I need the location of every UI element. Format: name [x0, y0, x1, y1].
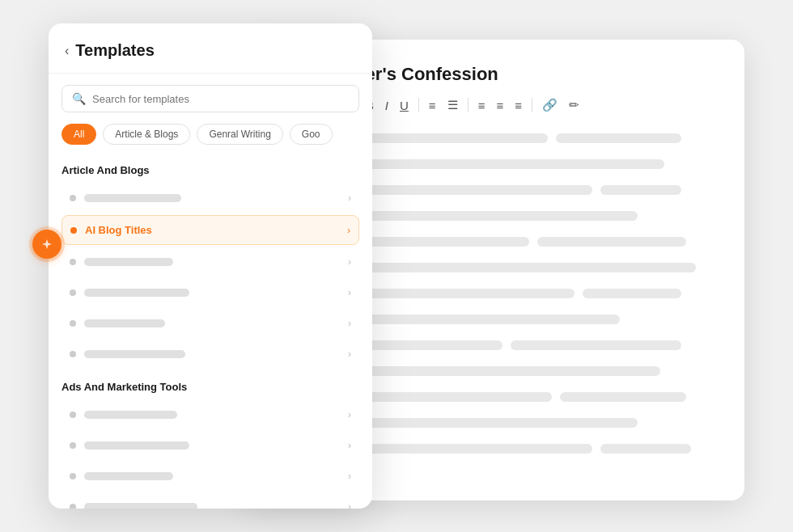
chevron-icon: ›	[348, 409, 351, 420]
tab-general-writing[interactable]: Genral Writing	[197, 124, 282, 145]
item-label-skeleton	[84, 441, 189, 450]
item-dot	[70, 320, 76, 327]
list-item[interactable]: ›	[61, 184, 359, 212]
search-input[interactable]	[92, 93, 349, 105]
item-label-skeleton	[84, 258, 173, 266]
item-dot	[70, 442, 76, 449]
item-dot	[70, 504, 76, 509]
templates-panel: ‹ Templates 🔍 All Article & Blogs Genral…	[49, 23, 372, 509]
tab-all[interactable]: All	[61, 124, 96, 145]
section-title-ads: Ads And Marketing Tools	[61, 381, 359, 393]
item-dot	[70, 473, 76, 479]
item-dot	[70, 195, 76, 201]
chevron-icon-orange: ›	[347, 225, 350, 236]
chevron-icon: ›	[348, 192, 351, 204]
search-box[interactable]: 🔍	[61, 85, 359, 112]
align-left-icon[interactable]: ≡	[477, 97, 487, 114]
search-icon: 🔍	[72, 92, 86, 105]
align-center-icon[interactable]: ≡	[494, 97, 505, 114]
list-item[interactable]: ›	[61, 401, 359, 429]
ai-cursor-circle	[32, 230, 61, 259]
list-item-ai-blog-titles[interactable]: AI Blog Titles ›	[61, 215, 359, 245]
chevron-icon: ›	[348, 318, 351, 329]
chevron-icon: ›	[348, 440, 351, 451]
toolbar-separator-3	[468, 98, 469, 112]
tab-goo[interactable]: Goo	[290, 124, 333, 145]
item-label-skeleton	[84, 350, 185, 358]
ai-cursor	[32, 230, 61, 259]
align-right-icon[interactable]: ≡	[513, 97, 524, 114]
unordered-list-icon[interactable]: ☰	[446, 96, 460, 114]
item-dot-orange	[70, 227, 77, 234]
chevron-icon: ›	[348, 471, 351, 482]
item-label-skeleton	[84, 472, 173, 480]
chevron-icon: ›	[348, 256, 351, 268]
toolbar-separator-2	[418, 98, 419, 112]
italic-icon[interactable]: I	[384, 97, 390, 114]
list-item[interactable]: ›	[61, 279, 359, 306]
templates-list: Article And Blogs › AI Blog Titles ›	[49, 156, 372, 509]
list-item[interactable]: ›	[61, 432, 359, 459]
item-dot	[70, 351, 76, 357]
item-label-skeleton	[84, 411, 177, 419]
item-dot	[70, 289, 76, 296]
link-icon[interactable]: 🔗	[541, 96, 559, 114]
underline-icon[interactable]: U	[398, 97, 410, 114]
chevron-icon: ›	[348, 348, 351, 360]
list-item[interactable]: ›	[61, 493, 359, 509]
templates-header: ‹ Templates	[49, 23, 372, 74]
scene: A A Father's Confession ↩ ↪ B I U ≡ ☰ ≡ …	[49, 23, 744, 509]
templates-title: Templates	[75, 41, 154, 60]
ai-blog-titles-label: AI Blog Titles	[85, 224, 152, 236]
chevron-icon: ›	[348, 287, 351, 298]
item-label-skeleton	[84, 289, 189, 297]
item-dot	[70, 412, 76, 418]
chevron-icon: ›	[348, 501, 351, 509]
list-item[interactable]: ›	[61, 462, 359, 490]
ordered-list-icon[interactable]: ≡	[427, 97, 438, 114]
filter-tabs: All Article & Blogs Genral Writing Goo	[49, 124, 372, 156]
back-button[interactable]: ‹	[65, 44, 69, 58]
item-dot	[70, 259, 76, 265]
item-label-skeleton	[84, 503, 197, 509]
item-label-skeleton	[84, 194, 181, 202]
list-item[interactable]: ›	[61, 248, 359, 276]
item-label-skeleton	[84, 319, 165, 327]
section-title-articles: Article And Blogs	[61, 164, 359, 176]
list-item[interactable]: ›	[61, 310, 359, 337]
toolbar-separator-4	[532, 98, 532, 112]
pencil-icon[interactable]: ✏	[567, 96, 581, 114]
list-item[interactable]: ›	[61, 340, 359, 368]
tab-article-blogs[interactable]: Article & Blogs	[103, 124, 190, 145]
